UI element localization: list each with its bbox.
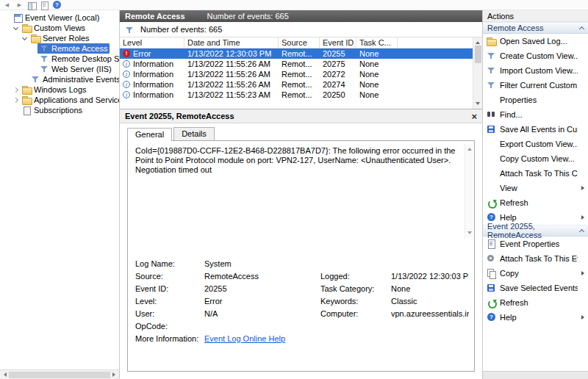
- preview-tab[interactable]: Details: [173, 127, 215, 140]
- tree-item[interactable]: Windows Logs: [0, 84, 119, 95]
- twisty-icon[interactable]: [12, 95, 20, 105]
- actions-section-header-remote-access[interactable]: Remote Access: [483, 22, 588, 34]
- action-item[interactable]: Create Custom View...: [483, 48, 588, 63]
- action-item[interactable]: Export Custom View...: [483, 137, 588, 151]
- actions-section-event: Event Properties Attach Task To This Ev.…: [483, 237, 588, 325]
- column-header-level[interactable]: Level: [120, 37, 184, 48]
- scroll-down-icon[interactable]: [476, 102, 480, 107]
- event-properties-icon: [487, 239, 496, 248]
- tree-item-hit-area[interactable]: Event Viewer (Local): [11, 12, 101, 23]
- scroll-right-icon[interactable]: [112, 372, 118, 377]
- close-preview-icon[interactable]: [471, 112, 477, 121]
- twisty-icon[interactable]: [21, 33, 29, 43]
- action-item[interactable]: Refresh: [483, 195, 588, 210]
- tree-item[interactable]: Applications and Services Lo: [0, 95, 119, 105]
- action-item[interactable]: Import Custom View...: [483, 63, 588, 78]
- tree-item-hit-area[interactable]: Subscriptions: [20, 105, 85, 115]
- actions-section-header-event[interactable]: Event 20255, RemoteAccess: [483, 225, 588, 237]
- tree-item-hit-area[interactable]: Custom Views: [20, 23, 87, 33]
- action-item[interactable]: Copy: [483, 266, 588, 281]
- scrollbar-thumb[interactable]: [9, 372, 110, 378]
- action-item[interactable]: Attach Task To This Ev...: [483, 251, 588, 266]
- twisty-icon[interactable]: [3, 12, 11, 23]
- tree-item-hit-area[interactable]: Windows Logs: [20, 84, 89, 95]
- help-toolbar-icon[interactable]: [52, 1, 62, 10]
- tree-item-hit-area[interactable]: Applications and Services Lo: [20, 95, 119, 105]
- twisty-icon[interactable]: [29, 54, 37, 64]
- action-item-label: Properties: [500, 95, 537, 104]
- action-item[interactable]: Open Saved Log...: [483, 34, 588, 48]
- field-value: 20255: [204, 284, 320, 293]
- events-pane-header: Remote Access Number of events: 665: [120, 10, 482, 22]
- twisty-icon[interactable]: [12, 84, 20, 95]
- event-row[interactable]: Information 1/13/2022 11:55:26 AM Remot.…: [120, 59, 473, 69]
- back-icon[interactable]: [2, 1, 12, 10]
- action-item[interactable]: Save All Events in Cust...: [483, 122, 588, 137]
- column-header-source[interactable]: Source: [279, 37, 320, 48]
- event-source-cell: Remot...: [279, 90, 320, 99]
- tree-item[interactable]: Web Server (IIS): [0, 64, 119, 74]
- properties-sheet-icon[interactable]: [40, 1, 49, 10]
- twisty-icon[interactable]: [12, 23, 20, 33]
- column-header-event-id[interactable]: Event ID: [320, 37, 356, 48]
- scroll-up-icon[interactable]: [476, 39, 480, 44]
- action-item[interactable]: Event Properties: [483, 237, 588, 251]
- action-item[interactable]: Attach Task To This Cu...: [483, 166, 588, 181]
- tree-item[interactable]: Administrative Events: [0, 74, 119, 84]
- scroll-up-icon[interactable]: [467, 145, 472, 151]
- action-item[interactable]: Copy Custom View...: [483, 151, 588, 166]
- preview-tab[interactable]: General: [127, 128, 172, 141]
- event-date-cell: 1/13/2022 12:30:03 PM: [184, 49, 279, 58]
- refresh-icon: [487, 298, 496, 307]
- tree-horizontal-scrollbar[interactable]: [0, 369, 119, 379]
- submenu-arrow-icon: [581, 186, 584, 190]
- action-item[interactable]: Find...: [483, 107, 588, 122]
- twisty-icon[interactable]: [12, 105, 20, 115]
- events-count-label: Number of events: 665: [140, 25, 222, 34]
- action-item[interactable]: Filter Current Custom ...: [483, 78, 588, 93]
- events-vertical-scrollbar[interactable]: [473, 37, 482, 109]
- event-preview-pane: Event 20255, RemoteAccess GeneralDetails…: [120, 109, 482, 379]
- action-item[interactable]: View: [483, 181, 588, 195]
- tree-item[interactable]: Event Viewer (Local): [0, 12, 119, 23]
- action-item[interactable]: Save Selected Events...: [483, 281, 588, 295]
- action-item[interactable]: Refresh: [483, 295, 588, 310]
- tree-item[interactable]: Subscriptions: [0, 105, 119, 115]
- twisty-icon[interactable]: [21, 74, 29, 84]
- tree-item-hit-area[interactable]: Remote Desktop Serv: [37, 54, 119, 64]
- tree-item[interactable]: Custom Views: [0, 23, 119, 33]
- scrollbar-thumb[interactable]: [475, 46, 481, 63]
- tree-item[interactable]: Remote Desktop Serv: [0, 54, 119, 64]
- collapse-section-icon[interactable]: [579, 26, 584, 31]
- event-description: CoId={019887D0-CCFF-12E2-B468-D228817BA7…: [134, 144, 465, 238]
- field-value[interactable]: Event Log Online Help: [204, 334, 320, 343]
- tree-item-hit-area[interactable]: Web Server (IIS): [37, 64, 114, 74]
- twisty-icon[interactable]: [29, 43, 37, 54]
- action-item-label: Create Custom View...: [500, 51, 578, 60]
- action-item[interactable]: Help: [483, 310, 588, 325]
- console-tree-icon[interactable]: [27, 1, 37, 10]
- tree-item-label: Custom Views: [34, 24, 85, 32]
- column-header-date-and-time[interactable]: Date and Time: [184, 37, 279, 48]
- column-header-task-category[interactable]: Task C...: [356, 37, 398, 48]
- field-value: N/A: [204, 309, 320, 318]
- tree-item-hit-area[interactable]: Server Roles: [29, 33, 92, 43]
- action-item[interactable]: Properties: [483, 93, 588, 107]
- tree-item-hit-area[interactable]: Remote Access: [37, 43, 110, 54]
- tree-item[interactable]: Server Roles: [0, 33, 119, 43]
- forward-icon[interactable]: [15, 1, 24, 10]
- tree-item[interactable]: Remote Access: [0, 43, 119, 54]
- filter-icon: [31, 75, 40, 84]
- tree-item-hit-area[interactable]: Administrative Events: [29, 74, 119, 84]
- event-row[interactable]: Information 1/13/2022 11:55:23 AM Remot.…: [120, 90, 473, 100]
- event-row[interactable]: Information 1/13/2022 11:55:26 AM Remot.…: [120, 79, 473, 90]
- collapse-section-icon[interactable]: [579, 228, 584, 234]
- event-row[interactable]: Information 1/13/2022 11:55:26 AM Remot.…: [120, 69, 473, 79]
- description-scrollbar[interactable]: [465, 144, 473, 238]
- event-row[interactable]: Error 1/13/2022 12:30:03 PM Remot... 202…: [120, 48, 473, 59]
- scroll-left-icon[interactable]: [1, 372, 7, 377]
- field-value-2: vpn.azureessentials.in: [391, 309, 469, 318]
- twisty-icon[interactable]: [29, 64, 37, 74]
- scroll-down-icon[interactable]: [467, 231, 472, 237]
- event-source-cell: Remot...: [279, 80, 320, 89]
